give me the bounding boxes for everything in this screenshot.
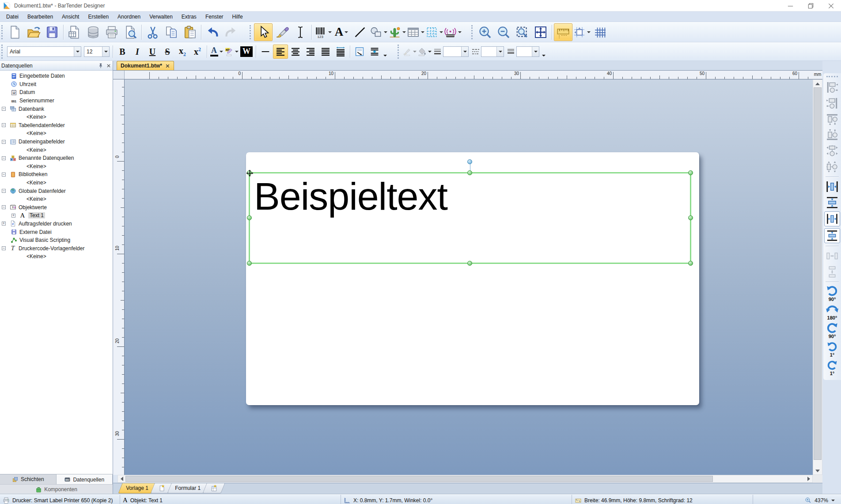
chevron-down-icon[interactable] [458, 31, 462, 33]
collapse-icon[interactable]: − [2, 123, 6, 127]
tree-item-globale-datenfelder[interactable]: −Globale Datenfelder [0, 187, 113, 195]
chevron-down-icon[interactable] [413, 51, 417, 53]
font-family-combo-value[interactable]: Arial [8, 49, 74, 55]
database-button[interactable] [84, 23, 102, 41]
document-tab[interactable]: Dokument1.btw* [117, 61, 174, 70]
rotate-cw-1-button[interactable]: 1° [824, 358, 841, 376]
selected-text-object[interactable]: Beispieltext [249, 172, 691, 264]
tree-item-keine[interactable]: <Keine> [0, 162, 113, 171]
vertical-scrollbar[interactable] [813, 79, 822, 475]
tree-item-uhrzeit[interactable]: Uhrzeit [0, 80, 113, 89]
equal-vertical-spacing-button[interactable] [824, 264, 841, 280]
selection-handle-se[interactable] [688, 261, 693, 266]
font-color-button[interactable]: A [209, 45, 224, 59]
line-style-combo[interactable] [471, 46, 504, 57]
chevron-down-icon[interactable] [345, 31, 348, 33]
menu-fenster[interactable]: Fenster [201, 11, 228, 22]
align-justify-button[interactable] [318, 45, 333, 59]
zoom-selection-button[interactable] [513, 23, 531, 41]
vertical-ruler[interactable]: 0102030 [113, 79, 125, 475]
vertical-center-button[interactable] [367, 45, 382, 59]
center-vertically-button[interactable] [824, 195, 841, 211]
undo-button[interactable] [203, 23, 222, 41]
selection-handle-w[interactable] [247, 215, 252, 220]
strikethrough-button[interactable]: S [160, 45, 175, 59]
rfid-tool-button[interactable] [443, 23, 462, 41]
pin-icon[interactable] [97, 62, 105, 70]
pan-button[interactable] [531, 23, 550, 41]
selection-handle-ne[interactable] [688, 170, 693, 175]
toolbar-overflow-button[interactable] [541, 45, 547, 58]
menu-erstellen[interactable]: Erstellen [83, 11, 113, 22]
menu-extras[interactable]: Extras [177, 11, 201, 22]
align-center-vertical-button[interactable] [824, 143, 841, 159]
panel-tab-komponenten[interactable]: Komponenten [35, 486, 77, 493]
tree-item-tabellendatenfelder[interactable]: −Tabellendatenfelder [0, 121, 113, 130]
tree-item-keine[interactable]: <Keine> [0, 252, 113, 261]
collapse-icon[interactable]: − [2, 189, 6, 193]
subscript-button[interactable]: x2 [175, 45, 190, 59]
grid-button[interactable] [591, 23, 610, 41]
tree-item-keine[interactable]: <Keine> [0, 195, 113, 203]
align-center-horizontal-button[interactable] [824, 159, 841, 175]
scroll-right-icon[interactable] [805, 475, 812, 482]
selection-handle-sw[interactable] [247, 261, 252, 266]
scroll-left-icon[interactable] [118, 475, 125, 482]
toolbar-drag-handle[interactable] [1, 45, 3, 59]
collapse-icon[interactable]: − [2, 246, 6, 250]
chevron-down-icon[interactable] [220, 51, 223, 53]
collapse-icon[interactable]: − [2, 140, 6, 144]
tree-item-keine[interactable]: <Keine> [0, 129, 113, 138]
chevron-down-icon[interactable] [328, 31, 332, 33]
collapse-icon[interactable]: − [2, 107, 6, 111]
design-canvas[interactable]: Beispieltext [125, 79, 813, 475]
center-horizontally-button[interactable] [824, 179, 841, 195]
scroll-down-icon[interactable] [813, 467, 822, 474]
equal-horizontal-spacing-button[interactable] [824, 248, 841, 264]
menu-anordnen[interactable]: Anordnen [113, 11, 145, 22]
collapse-icon[interactable]: − [2, 205, 6, 209]
align-left-edges-button[interactable] [824, 79, 841, 95]
tree-item-text-1[interactable]: +AText 1 [0, 211, 113, 220]
align-bottom-edges-button[interactable] [824, 127, 841, 143]
center-vertically-template-button[interactable] [824, 228, 840, 243]
toolbar-drag-handle[interactable] [1, 25, 3, 39]
tree-item-eingebettete-daten[interactable]: BTEingebettete Daten [0, 72, 113, 80]
scroll-up-icon[interactable] [813, 80, 822, 87]
font-size-combo-value[interactable]: 12 [84, 49, 102, 55]
open-button[interactable] [24, 23, 43, 41]
close-panel-icon[interactable] [105, 62, 113, 70]
chevron-down-icon[interactable] [439, 31, 443, 33]
minimize-button[interactable] [780, 0, 800, 11]
highlight-button[interactable]: ab [224, 45, 239, 59]
tree-item-visual-basic-scripting[interactable]: Visual Basic Scripting [0, 236, 113, 244]
font-family-combo[interactable]: Arial [7, 46, 81, 57]
text-object[interactable]: Beispieltext [254, 173, 447, 219]
tree-item-bibliotheken[interactable]: −Bibliotheken [0, 170, 113, 179]
layout-grid-tool-button[interactable] [425, 23, 443, 41]
horizontal-scrollbar[interactable] [117, 475, 813, 483]
menu-ansicht[interactable]: Ansicht [57, 11, 83, 22]
tree-item-datum[interactable]: 12Datum [0, 88, 113, 97]
chevron-down-icon[interactable] [74, 47, 81, 56]
tree-item-keine[interactable]: <Keine> [0, 146, 113, 154]
text-wrap-button[interactable] [352, 45, 367, 59]
tree-item-datenbank[interactable]: −Datenbank [0, 105, 113, 113]
toolbar-drag-handle[interactable] [826, 76, 838, 78]
align-stretch-button[interactable] [333, 45, 348, 59]
panel-tab-datenquellen[interactable]: abcDatenquellen [57, 474, 113, 484]
ruler-button[interactable] [554, 23, 572, 41]
select-tool-button[interactable] [254, 23, 273, 41]
rotate-ccw-90-button[interactable]: 90° [824, 284, 841, 302]
barcode-tool-button[interactable]: 123 [314, 23, 332, 41]
rotate-ccw-1-button[interactable]: 1° [824, 339, 841, 358]
tree-item-seriennummer[interactable]: 001Seriennummer [0, 97, 113, 105]
chevron-down-icon[interactable] [496, 47, 504, 56]
line-color-button[interactable] [402, 45, 417, 59]
toolbar-drag-handle[interactable] [250, 25, 251, 39]
menu-hilfe[interactable]: Hilfe [228, 11, 247, 22]
align-right-button[interactable] [303, 45, 318, 59]
text-tool-button[interactable]: A [332, 23, 351, 41]
line-tool-button[interactable] [351, 23, 369, 41]
menu-verwalten[interactable]: Verwalten [145, 11, 177, 22]
